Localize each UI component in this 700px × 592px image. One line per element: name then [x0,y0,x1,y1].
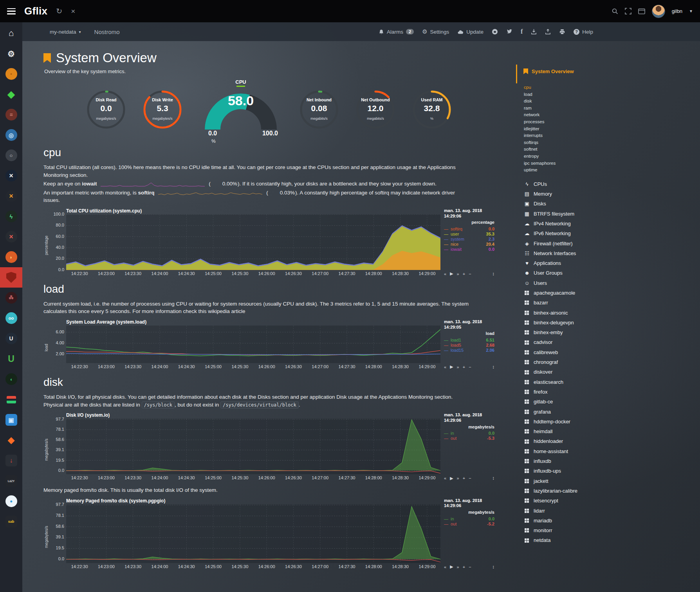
legend-row[interactable]: —in0.0 [444,431,494,436]
pan-right-icon[interactable]: » [457,565,459,569]
gauge-net-outbound[interactable]: Net Outbound 12.0 megabits/s [352,86,399,133]
gauge-disk-read[interactable]: Disk Read 0.0 megabytes/s [83,86,129,133]
zoom-out-icon[interactable]: − [469,272,471,276]
diskover[interactable]: diskover [524,367,577,377]
print-icon[interactable] [559,29,565,35]
facebook-icon[interactable]: f [521,28,523,35]
play-icon[interactable]: ▶ [450,271,453,276]
disk-chart-plot[interactable] [66,419,440,474]
legend-row[interactable]: —load152.06 [444,347,494,353]
toc-subitem[interactable]: ipc semaphores [524,160,577,167]
cpu-chart[interactable]: percentage 100.080.060.040.020.00.0 Tota… [43,208,494,277]
legend-row[interactable]: —user35.3 [444,231,494,236]
zoom-out-icon[interactable]: − [469,365,471,369]
app-drop-icon[interactable]: ● [0,491,22,511]
home-assistant[interactable]: home-assistant [524,446,577,456]
mem-chart-controls[interactable]: « ▶ » + − ↕ [444,564,494,570]
apacheguacamole[interactable]: apacheguacamole [524,288,577,298]
app-gitlab-icon[interactable]: ◆ [0,430,22,450]
zoom-in-icon[interactable]: + [463,365,465,369]
github-icon[interactable] [492,29,498,35]
app-green-u-icon[interactable]: U [0,349,22,369]
toc-section[interactable]: ☷ Network Interfaces [524,248,577,258]
gauge-net-inbound[interactable]: Net Inbound 0.08 megabits/s [296,86,342,133]
toc-subitem[interactable]: load [524,91,577,98]
toc-subitem[interactable]: interrupts [524,132,577,139]
fullscreen-icon[interactable] [625,8,631,14]
app-red-arrow-icon[interactable]: ↓ [0,450,22,471]
app-pills-icon[interactable] [0,389,22,410]
host-selector[interactable]: my-netdata▾ [50,29,81,35]
gitlab-ce[interactable]: gitlab-ce [524,397,577,407]
app-firefox-icon[interactable]: ◗ [0,247,22,267]
resize-handle-icon[interactable]: ↕ [492,564,494,570]
zoom-out-icon[interactable]: − [469,565,471,569]
load-chart-legend[interactable]: —load16.51—load52.68—load152.06 [444,337,494,363]
hddtemp-docker[interactable]: hddtemp-docker [524,417,577,426]
app-red-x-icon[interactable]: × [0,227,22,247]
toc-subitem[interactable]: cpu [524,84,577,91]
resize-handle-icon[interactable]: ↕ [492,475,494,481]
lazylibrarian-calibre[interactable]: lazylibrarian-calibre [524,486,577,496]
cpu-chart-plot[interactable] [66,214,440,270]
home-icon[interactable]: ⌂ [0,23,22,43]
app-green-diamond-icon[interactable]: ◆ [0,84,22,104]
resize-handle-icon[interactable]: ↕ [492,271,494,277]
toc-section[interactable]: ◈ Firewall (netfilter) [524,239,577,248]
help-button[interactable]: ? Help [574,29,593,35]
mem-chart-legend[interactable]: —in0.0—out-5.2 [444,516,494,563]
cpu-chart-controls[interactable]: « ▶ » + − ↕ [444,271,494,277]
app-orange-swirl-icon[interactable]: ● [0,64,22,84]
toc-subitem[interactable]: processes [524,119,577,126]
load-chart-controls[interactable]: « ▶ » + − ↕ [444,364,494,370]
zoom-in-icon[interactable]: + [463,565,465,569]
settings-button[interactable]: ⚙ Settings [422,28,449,35]
legend-row[interactable]: —system2.3 [444,236,494,241]
toc-section[interactable]: ▦ BTRFS filesystem [524,209,577,219]
toc-subitem[interactable]: softirqs [524,139,577,146]
binhex-delugevpn[interactable]: binhex-delugevpn [524,318,577,327]
grafana[interactable]: grafana [524,407,577,417]
app-sab-icon[interactable]: sab [0,511,22,532]
toc-subitem[interactable]: idlejitter [524,126,577,133]
heimdall[interactable]: heimdall [524,426,577,436]
toc-section[interactable]: ▣ Disks [524,199,577,209]
search-icon[interactable] [612,8,618,14]
toc-section[interactable]: ☁ IPv6 Networking [524,229,577,238]
influxdb[interactable]: influxdb [524,456,577,466]
app-green-bolt-icon[interactable]: ϟ [0,206,22,227]
toc-section[interactable]: ☺ Users [524,278,577,288]
import-icon[interactable] [531,29,537,35]
app-teal-oo-icon[interactable]: oo [0,308,22,328]
gauge-cpu[interactable]: CPU 58.0 0.0 100.0 % [196,79,286,140]
pan-right-icon[interactable]: » [457,272,459,276]
monitorr[interactable]: monitorr [524,525,577,535]
zoom-out-icon[interactable]: − [469,476,471,480]
app-red-stack-icon[interactable]: ≡ [0,104,22,125]
bazarr[interactable]: bazarr [524,298,577,308]
browser-window-icon[interactable] [638,8,645,14]
lidarr[interactable]: lidarr [524,506,577,516]
toc-subitem[interactable]: network [524,112,577,119]
toc-section[interactable]: ϟ CPUs [524,179,577,189]
toc-subitem[interactable]: disk [524,98,577,105]
legend-row[interactable]: —nice20.4 [444,241,494,247]
pan-left-icon[interactable]: « [444,365,446,369]
zoom-in-icon[interactable]: + [463,272,465,276]
zoom-in-icon[interactable]: + [463,476,465,480]
update-button[interactable]: Update [457,29,484,35]
app-dark-green-icon[interactable]: ◖ [0,369,22,389]
app-dark-x-icon[interactable]: × [0,166,22,186]
legend-row[interactable]: —load52.68 [444,342,494,347]
app-search-icon[interactable]: ○ [0,145,22,166]
user-avatar[interactable] [652,5,665,18]
binhex-airsonic[interactable]: binhex-airsonic [524,308,577,318]
toc-section[interactable]: ▤ Memory [524,189,577,199]
legend-row[interactable]: —load16.51 [444,337,494,342]
app-shield-icon[interactable] [0,267,22,288]
pan-left-icon[interactable]: « [444,272,446,276]
toc-subitem[interactable]: entropy [524,153,577,160]
legend-row[interactable]: —softirq0.0 [444,226,494,231]
refresh-icon[interactable]: ↻ [56,7,62,15]
app-lazy-icon[interactable]: L∆ZY [0,471,22,491]
